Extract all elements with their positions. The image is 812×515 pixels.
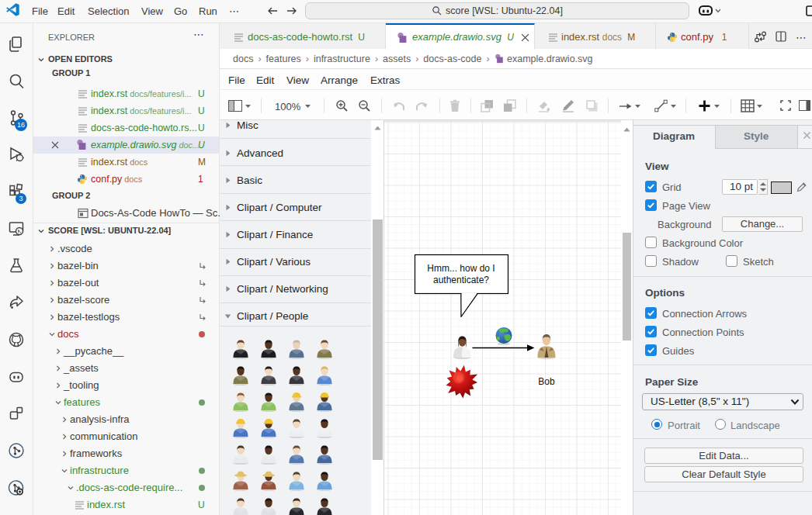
- svg-text:Bob: Bob: [538, 376, 555, 387]
- svg-text:authenticate?: authenticate?: [433, 275, 489, 285]
- svg-text:Hmm... how do I: Hmm... how do I: [427, 263, 494, 274]
